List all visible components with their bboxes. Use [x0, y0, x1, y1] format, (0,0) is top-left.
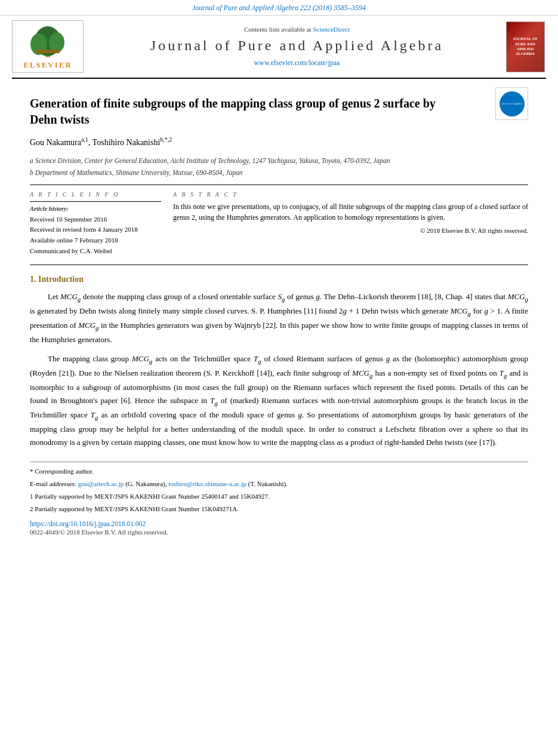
divider-1 — [30, 185, 528, 185]
email-link-1[interactable]: gou@aitech.ac.jp — [78, 480, 124, 487]
article-info-box: A R T I C L E I N F O Article history: R… — [30, 191, 161, 256]
abstract-copyright: © 2018 Elsevier B.V. All rights reserved… — [173, 227, 528, 234]
article-info-header: A R T I C L E I N F O — [30, 191, 161, 198]
email-link-2[interactable]: toshiro@riko.shimane-u.ac.jp — [168, 480, 246, 487]
footnotes-area: * Corresponding author. E-mail addresses… — [30, 462, 528, 515]
article-history-label: Article history: — [30, 205, 161, 212]
journal-url: www.elsevier.com/locate/jpaa — [90, 59, 504, 67]
info-divider — [30, 201, 161, 202]
affil-b: b Department of Mathematics, Shimane Uni… — [30, 167, 528, 178]
journal-cover-thumbnail: JOURNAL OF PURE AND APPLIED ALGEBRA — [504, 20, 546, 73]
section-1-title: 1. Introduction — [30, 275, 528, 284]
svg-rect-4 — [36, 50, 60, 53]
affiliations: a Science Division, Center for General E… — [30, 155, 528, 179]
svg-point-3 — [49, 32, 64, 53]
info-abstract-section: A R T I C L E I N F O Article history: R… — [30, 191, 528, 256]
elsevier-tree-icon — [24, 23, 72, 59]
author2-name: , Toshihiro Nakanishi — [88, 138, 160, 147]
paper-title: Generation of finite subgroups of the ma… — [30, 96, 436, 128]
paragraph-1: Let MCGg denote the mapping class group … — [30, 290, 528, 346]
communicated-by: Communicated by C.A. Weibel — [30, 246, 161, 257]
footnote-2: 2 Partially supported by MEXT/JSPS KAKEN… — [30, 503, 528, 514]
author2-sup: b,*,2 — [160, 136, 172, 143]
elsevier-logo: ELSEVIER — [12, 20, 84, 73]
abstract-box: A B S T R A C T In this note we give pre… — [173, 191, 528, 256]
sciencedirect-link[interactable]: ScienceDirect — [313, 26, 350, 33]
issn-line: 0022-4049/© 2018 Elsevier B.V. All right… — [30, 528, 528, 536]
email-label: E-mail addresses: — [30, 480, 78, 487]
check-updates-badge: Check for updates — [495, 87, 528, 120]
check-inner-circle: Check for updates — [500, 91, 525, 116]
footnote-1: 1 Partially supported by MEXT/JSPS KAKEN… — [30, 491, 528, 502]
footnote-star: * Corresponding author. — [30, 466, 528, 477]
journal-center-info: Contents lists available at ScienceDirec… — [90, 20, 504, 73]
affil-a: a Science Division, Center for General E… — [30, 155, 528, 166]
introduction-section: 1. Introduction Let MCGg denote the mapp… — [30, 275, 528, 449]
paragraph-2: The mapping class group MCGg acts on the… — [30, 352, 528, 449]
received-2: Received in revised form 4 January 2018 — [30, 225, 161, 235]
received-1: Received 10 September 2016 — [30, 214, 161, 225]
divider-2 — [30, 265, 528, 265]
footnote-email: E-mail addresses: gou@aitech.ac.jp (G. N… — [30, 478, 528, 489]
cover-image: JOURNAL OF PURE AND APPLIED ALGEBRA — [506, 21, 545, 72]
doi-link[interactable]: https://doi.org/10.1016/j.jpaa.2018.01.0… — [30, 520, 146, 527]
journal-banner: ELSEVIER Contents lists available at Sci… — [12, 16, 546, 79]
journal-title: Journal of Pure and Applied Algebra — [90, 38, 504, 54]
paper-body: Check for updates Generation of finite s… — [0, 79, 558, 548]
doi-line[interactable]: https://doi.org/10.1016/j.jpaa.2018.01.0… — [30, 520, 528, 527]
author1-sup: a,1 — [81, 136, 88, 143]
contents-available: Contents lists available at ScienceDirec… — [90, 26, 504, 33]
abstract-text: In this note we give presentations, up t… — [173, 201, 528, 223]
available-online: Available online 7 February 2018 — [30, 235, 161, 246]
author1-name: Gou Nakamura — [30, 138, 81, 147]
journal-reference: Journal of Pure and Applied Algebra 222 … — [0, 0, 558, 16]
abstract-header: A B S T R A C T — [173, 191, 528, 198]
article-dates: Received 10 September 2016 Received in r… — [30, 214, 161, 256]
authors-line: Gou Nakamuraa,1, Toshihiro Nakanishib,*,… — [30, 135, 528, 149]
elsevier-wordmark: ELSEVIER — [23, 60, 72, 70]
